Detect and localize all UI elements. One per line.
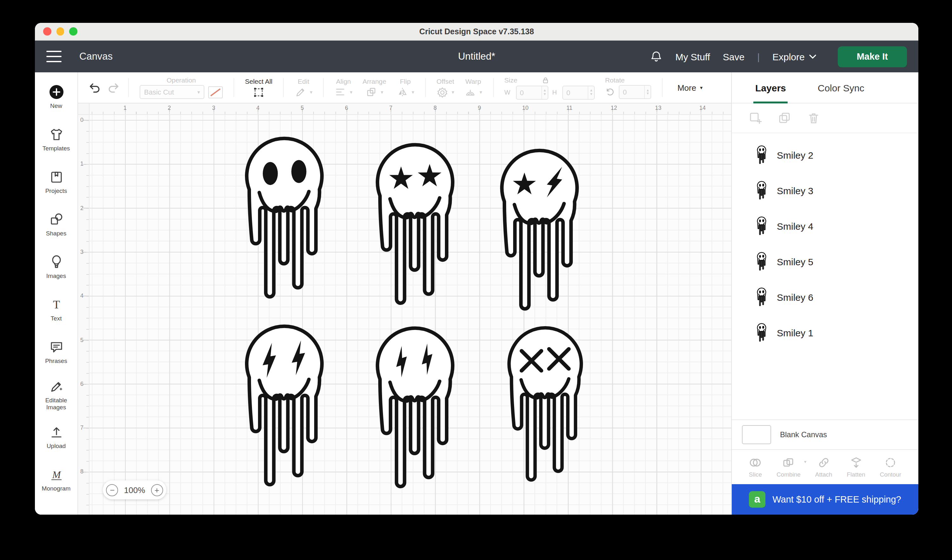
undo-button[interactable] xyxy=(86,79,104,97)
promo-banner[interactable]: a Want $10 off + FREE shipping? xyxy=(732,484,918,515)
canvas-object-smiley-star-bolt-eyes[interactable] xyxy=(489,145,590,319)
images-icon xyxy=(48,254,65,270)
stepper-arrows-icon[interactable]: ▲▼ xyxy=(644,86,651,98)
panel-action-label: Attach xyxy=(815,471,832,478)
duplicate-layer-icon[interactable] xyxy=(777,111,791,125)
tab-color-sync[interactable]: Color Sync xyxy=(816,73,866,103)
layer-row[interactable]: Smiley 3 xyxy=(732,173,918,208)
canvas-object-smiley-double-bolt-eyes[interactable] xyxy=(365,323,465,496)
combine-button[interactable]: Combine▾ xyxy=(776,456,801,478)
canvas-object-smiley-bolt-eyes[interactable] xyxy=(234,321,334,494)
zoom-control: − 100% + xyxy=(103,480,166,500)
sidebar-item-monogram[interactable]: MMonogram xyxy=(35,458,77,501)
desktop-background: Cricut Design Space v7.35.138 Canvas Unt… xyxy=(0,0,952,560)
layer-row[interactable]: Smiley 4 xyxy=(732,208,918,244)
layer-row[interactable]: Smiley 6 xyxy=(732,279,918,315)
rotate-group: Rotate 0 ▲▼ xyxy=(600,76,657,99)
macos-titlebar: Cricut Design Space v7.35.138 xyxy=(35,23,918,41)
chevron-down-icon: ▾ xyxy=(804,460,806,464)
arrange-menu-button[interactable]: Arrange ▾ xyxy=(357,77,391,98)
sidebar-item-templates[interactable]: Templates xyxy=(35,118,77,160)
layer-row[interactable]: Smiley 1 xyxy=(732,315,918,350)
offset-button[interactable]: Offset ▾ xyxy=(431,77,459,98)
attach-button[interactable]: Attach xyxy=(815,456,832,478)
ruler-number: 11 xyxy=(566,104,572,111)
layers-panel: Layers Color Sync xyxy=(731,73,918,515)
flip-menu-button[interactable]: Flip ▾ xyxy=(391,77,419,98)
text-icon: T xyxy=(48,296,65,313)
stepper-arrows-icon[interactable]: ▲▼ xyxy=(588,86,594,99)
sidebar-item-editable-images[interactable]: Editable Images xyxy=(35,373,77,416)
ruler-corner xyxy=(78,103,90,115)
redo-button[interactable] xyxy=(104,79,122,97)
rotate-input[interactable]: 0 ▲▼ xyxy=(619,85,652,99)
templates-icon xyxy=(48,126,65,143)
rotate-icon[interactable] xyxy=(605,87,615,97)
width-input[interactable]: 0 ▲▼ xyxy=(516,85,549,99)
chevron-down-icon: ▾ xyxy=(479,89,482,95)
warp-button[interactable]: Warp ▾ xyxy=(459,77,487,98)
header-divider: | xyxy=(757,51,760,62)
canvas-area[interactable]: 1234567891011121314 012345678 − 100% + xyxy=(78,103,731,515)
edit-menu-button[interactable]: Edit ▾ xyxy=(289,77,317,98)
canvas-object-smiley-x-eyes[interactable] xyxy=(497,323,593,489)
blank-canvas-swatch[interactable] xyxy=(742,425,771,444)
zoom-in-button[interactable]: + xyxy=(151,484,163,496)
flip-icon xyxy=(396,86,408,98)
ruler-number: 5 xyxy=(300,104,304,111)
more-button[interactable]: More ▾ xyxy=(677,83,703,93)
layer-thumbnail-smiley-icon xyxy=(756,252,767,271)
attach-icon xyxy=(818,456,830,469)
save-link[interactable]: Save xyxy=(723,51,745,62)
panel-tabs: Layers Color Sync xyxy=(732,73,918,103)
slice-icon xyxy=(749,456,762,469)
explore-menu[interactable]: Explore xyxy=(773,51,816,62)
sidebar-item-projects[interactable]: Projects xyxy=(35,160,77,203)
layer-thumbnail-smiley-icon xyxy=(756,287,767,307)
operation-select[interactable]: Basic Cut ▾ xyxy=(140,85,204,99)
sidebar-item-upload[interactable]: Upload xyxy=(35,416,77,458)
my-stuff-link[interactable]: My Stuff xyxy=(675,51,710,62)
ruler-number: 2 xyxy=(80,205,83,211)
blank-canvas-row[interactable]: Blank Canvas xyxy=(732,420,918,449)
chevron-down-icon: ▾ xyxy=(310,89,312,95)
stepper-arrows-icon[interactable]: ▲▼ xyxy=(541,86,548,99)
svg-text:T: T xyxy=(53,298,60,311)
tab-layers[interactable]: Layers xyxy=(753,73,788,103)
panel-action-label: Flatten xyxy=(847,471,865,478)
sidebar-item-text[interactable]: TText xyxy=(35,288,77,331)
left-sidebar: NewTemplatesProjectsShapesImagesTTextPhr… xyxy=(35,73,78,515)
shapes-icon xyxy=(48,211,65,228)
offset-label: Offset xyxy=(436,77,454,85)
height-input[interactable]: 0 ▲▼ xyxy=(563,85,595,99)
make-it-button[interactable]: Make It xyxy=(838,46,907,67)
sidebar-item-phrases[interactable]: Phrases xyxy=(35,331,77,373)
flatten-button[interactable]: Flatten xyxy=(847,456,865,478)
zoom-out-button[interactable]: − xyxy=(106,484,118,496)
add-layer-group-icon[interactable] xyxy=(748,111,762,125)
canvas-object-smiley-oval-eyes[interactable] xyxy=(234,133,334,307)
canvas-object-smiley-star-eyes[interactable] xyxy=(365,140,465,313)
align-menu-button[interactable]: Align ▾ xyxy=(329,77,357,98)
layer-tools-row xyxy=(732,103,918,133)
delete-layer-trash-icon[interactable] xyxy=(807,111,821,125)
canvas-toolbar: Operation Basic Cut ▾ xyxy=(78,73,731,103)
contour-button[interactable]: Contour xyxy=(879,456,901,478)
material-color-swatch[interactable] xyxy=(208,86,223,98)
pencil-icon xyxy=(295,86,306,98)
hamburger-menu-icon[interactable] xyxy=(46,51,62,62)
select-all-button[interactable]: Select All xyxy=(240,77,277,98)
layer-row[interactable]: Smiley 2 xyxy=(732,137,918,173)
sidebar-item-images[interactable]: Images xyxy=(35,245,77,288)
sidebar-item-new[interactable]: New xyxy=(35,76,77,118)
layer-thumbnail-smiley-icon xyxy=(756,216,767,235)
ruler-number: 7 xyxy=(80,424,83,431)
sidebar-item-shapes[interactable]: Shapes xyxy=(35,203,77,245)
notifications-bell-icon[interactable] xyxy=(650,50,663,63)
layer-row[interactable]: Smiley 5 xyxy=(732,244,918,279)
lock-icon[interactable] xyxy=(541,76,550,84)
horizontal-ruler: 1234567891011121314 xyxy=(78,103,731,115)
slice-button[interactable]: Slice xyxy=(749,456,762,478)
sidebar-item-label: Shapes xyxy=(46,230,66,237)
size-group: Size W 0 ▲▼ H 0 ▲▼ xyxy=(499,76,600,99)
